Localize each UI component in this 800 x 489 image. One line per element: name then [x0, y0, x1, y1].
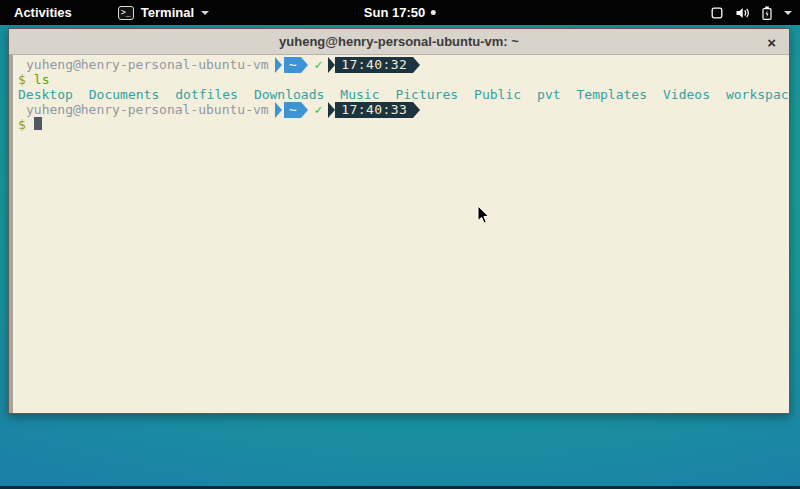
prompt-cwd-segment: ~	[284, 102, 302, 118]
clock-menu[interactable]: Sun 17:50	[364, 5, 436, 20]
directory-name: Downloads	[254, 87, 324, 102]
powerline-arrow-icon	[275, 57, 282, 73]
command-line: $ls	[18, 72, 789, 87]
display-icon	[710, 6, 724, 20]
powerline-arrow-icon	[301, 57, 308, 73]
prompt-time-segment: 17:40:33	[335, 102, 413, 118]
directory-name: Pictures	[395, 87, 458, 102]
chevron-down-icon	[784, 11, 792, 15]
directory-name: Videos	[663, 87, 710, 102]
powerline-arrow-icon	[328, 57, 335, 73]
chevron-down-icon	[201, 11, 209, 15]
powerline-arrow-icon	[275, 102, 282, 118]
prompt-line: yuheng@henry-personal-ubuntu-vm ~ ✓ 17:4…	[18, 102, 789, 117]
terminal-window: yuheng@henry-personal-ubuntu-vm: ~ × yuh…	[8, 28, 790, 414]
window-title: yuheng@henry-personal-ubuntu-vm: ~	[279, 34, 519, 49]
prompt-line: yuheng@henry-personal-ubuntu-vm ~ ✓ 17:4…	[18, 57, 789, 72]
system-status-menu[interactable]	[710, 0, 792, 25]
status-check-icon: ✓	[314, 102, 322, 117]
status-check-icon: ✓	[314, 57, 322, 72]
directory-name: Desktop	[18, 87, 73, 102]
clock-label: Sun 17:50	[364, 5, 425, 20]
top-bar: Activities >_ Terminal Sun 17:50	[0, 0, 800, 25]
command-text: ls	[34, 72, 50, 87]
prompt-symbol: $	[18, 117, 26, 132]
directory-name: dotfiles	[175, 87, 238, 102]
volume-icon	[735, 6, 750, 20]
directory-name: Public	[474, 87, 521, 102]
directory-name: workspace	[726, 87, 789, 102]
close-icon[interactable]: ×	[767, 34, 776, 49]
ls-output-row: DesktopDocumentsdotfilesDownloadsMusicPi…	[18, 87, 789, 102]
prompt-user-host: yuheng@henry-personal-ubuntu-vm	[26, 57, 269, 72]
notification-dot-icon	[431, 10, 436, 15]
powerline-arrow-icon	[413, 102, 420, 118]
powerline-arrow-icon	[301, 102, 308, 118]
prompt-time-segment: 17:40:32	[335, 57, 413, 73]
battery-charging-icon	[761, 6, 773, 20]
activities-button[interactable]: Activities	[10, 5, 76, 20]
prompt-user-host: yuheng@henry-personal-ubuntu-vm	[26, 102, 269, 117]
directory-name: Music	[340, 87, 379, 102]
powerline-arrow-icon	[328, 102, 335, 118]
input-line: $	[18, 117, 789, 132]
directory-name: pvt	[537, 87, 560, 102]
powerline-arrow-icon	[413, 57, 420, 73]
app-menu[interactable]: >_ Terminal	[118, 5, 209, 20]
window-titlebar[interactable]: yuheng@henry-personal-ubuntu-vm: ~ ×	[9, 29, 789, 55]
directory-name: Documents	[89, 87, 159, 102]
terminal-content[interactable]: yuheng@henry-personal-ubuntu-vm ~ ✓ 17:4…	[9, 55, 789, 413]
app-menu-label: Terminal	[141, 5, 194, 20]
prompt-cwd-segment: ~	[284, 57, 302, 73]
mouse-cursor-icon	[477, 205, 491, 225]
terminal-cursor	[34, 117, 42, 130]
directory-name: Templates	[577, 87, 647, 102]
prompt-symbol: $	[18, 72, 26, 87]
terminal-app-icon: >_	[118, 6, 134, 20]
